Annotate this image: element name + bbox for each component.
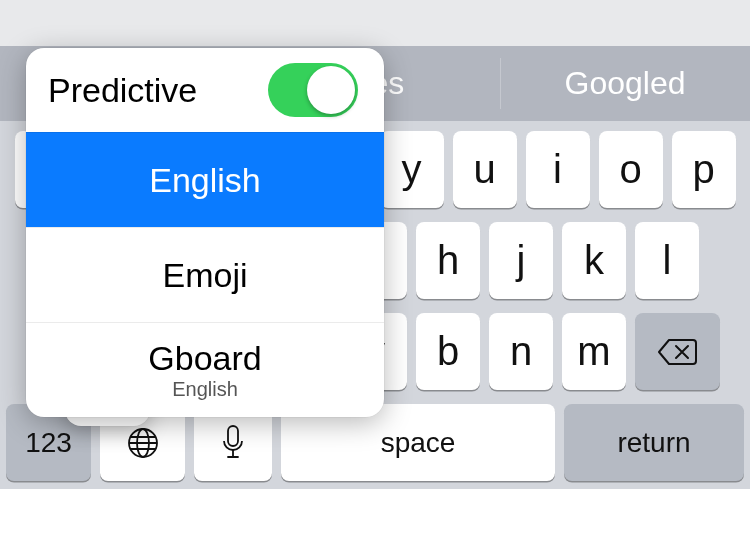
key-u[interactable]: u <box>453 131 517 208</box>
microphone-icon <box>220 423 246 463</box>
key-l[interactable]: l <box>635 222 699 299</box>
predictive-toggle[interactable] <box>268 63 358 117</box>
key-y[interactable]: y <box>380 131 444 208</box>
predictive-row: Predictive <box>26 48 384 132</box>
svg-rect-2 <box>228 426 238 446</box>
key-j[interactable]: j <box>489 222 553 299</box>
predictive-label: Predictive <box>48 71 197 110</box>
keyboard-option-label: Gboard <box>148 340 261 377</box>
keyboard-option-label: Emoji <box>162 256 247 295</box>
key-n[interactable]: n <box>489 313 553 390</box>
return-key[interactable]: return <box>564 404 744 481</box>
key-i[interactable]: i <box>526 131 590 208</box>
toggle-knob <box>307 66 355 114</box>
key-m[interactable]: m <box>562 313 626 390</box>
key-h[interactable]: h <box>416 222 480 299</box>
suggestion-right[interactable]: Googled <box>500 46 750 121</box>
key-k[interactable]: k <box>562 222 626 299</box>
popup-tail-mask <box>65 350 150 370</box>
keyboard-option-english[interactable]: English <box>26 132 384 227</box>
app-content-area <box>0 0 750 46</box>
key-b[interactable]: b <box>416 313 480 390</box>
keyboard-option-emoji[interactable]: Emoji <box>26 227 384 322</box>
globe-icon <box>125 425 161 461</box>
key-o[interactable]: o <box>599 131 663 208</box>
key-p[interactable]: p <box>672 131 736 208</box>
keyboard-option-sublabel: English <box>172 378 238 400</box>
backspace-key[interactable] <box>635 313 720 390</box>
keyboard-option-label: English <box>149 161 261 200</box>
backspace-icon <box>657 337 699 367</box>
